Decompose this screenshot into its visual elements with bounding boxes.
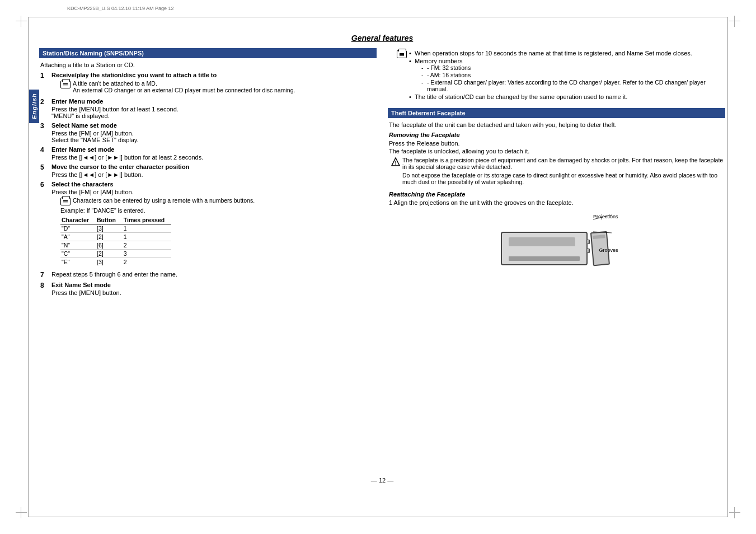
step-2-body1: Press the [MENU] button for at least 1 s… (51, 106, 375, 113)
removing-body2: The faceplate is unlocked, allowing you … (389, 148, 724, 154)
character-table: Character Button Times pressed "D"[3]1"A… (60, 216, 171, 266)
step-3-number: 3 (40, 122, 49, 143)
crosshair-tl (16, 16, 27, 27)
table-header-button: Button (96, 216, 123, 224)
note-icon-2 (60, 198, 71, 205)
step-6-title: Select the characters (51, 181, 375, 188)
page: KDC-MP225B_U.S 04.12.10 11:19 AM Page 12… (0, 0, 756, 534)
step-2-content: Enter Menu mode Press the [MENU] button … (51, 98, 375, 119)
faceplate-diagram: Projections Grooves (495, 209, 618, 265)
step-8-number: 8 (40, 282, 49, 296)
removing-title: Removing the Faceplate (389, 132, 724, 138)
left-column: Station/Disc Naming (SNPS/DNPS) Attachin… (39, 48, 377, 506)
step-3-title: Select Name set mode (51, 122, 375, 129)
table-cell-0: "A" (60, 233, 96, 241)
theft-section-body: The faceplate of the unit can be detache… (388, 121, 725, 265)
note-bullet-memory: Memory numbers - FM: 32 stations - AM: 1… (409, 58, 725, 92)
page-number: — 12 — (371, 477, 393, 484)
memory-am: - AM: 16 stations (419, 72, 725, 78)
reattaching-title: Reattaching the Faceplate (389, 191, 724, 198)
naming-intro: Attaching a title to a Station or CD. (40, 62, 375, 68)
crosshair-bl (16, 507, 27, 518)
naming-right-bullets: When operation stops for 10 seconds the … (409, 50, 725, 100)
sidebar-label: English (29, 90, 39, 123)
border-top (28, 17, 728, 17)
note-icon-3 (397, 50, 407, 58)
step-1-note-1: A title can't be attached to a MD. An ex… (60, 80, 375, 93)
border-right (727, 17, 728, 517)
step-4-title: Enter Name set mode (51, 146, 375, 153)
table-cell-2: 1 (123, 224, 171, 233)
table-cell-0: "N" (60, 241, 96, 250)
note-bullet-1: When operation stops for 10 seconds the … (409, 50, 725, 57)
step-2-body2: "MENU" is displayed. (51, 113, 375, 119)
step-8: 8 Exit Name Set mode Press the [MENU] bu… (40, 282, 375, 296)
reattaching-step1: 1 Align the projections on the unit with… (389, 199, 724, 206)
table-cell-2: 3 (123, 250, 171, 258)
step-1-title: Receive/play the station/disc you want t… (51, 72, 375, 78)
table-cell-1: [2] (96, 250, 123, 258)
table-header-char: Character (60, 216, 96, 224)
step-7-number: 7 (40, 271, 49, 279)
table-cell-0: "D" (60, 224, 96, 233)
table-cell-0: "C" (60, 250, 96, 258)
step-6-note: Characters can be entered by using a rem… (60, 197, 375, 205)
border-bottom (28, 517, 728, 517)
step-1-number: 1 (40, 72, 49, 95)
step-6-number: 6 (40, 181, 49, 268)
memory-fm: - FM: 32 stations (419, 64, 725, 71)
table-row: "A"[2]1 (60, 233, 171, 241)
step-7: 7 Repeat steps 5 through 6 and enter the… (40, 271, 375, 279)
table-row: "D"[3]1 (60, 224, 171, 233)
step-6-body1: Press the [FM] or [AM] button. (51, 189, 375, 195)
step-7-title: Repeat steps 5 through 6 and enter the n… (51, 271, 375, 278)
crosshair-tr (729, 16, 740, 27)
step-6-remote-note: Characters can be entered by using a rem… (73, 197, 375, 204)
border-left (28, 17, 29, 517)
naming-section-body: Attaching a title to a Station or CD. 1 … (39, 62, 377, 296)
step-2-number: 2 (40, 98, 49, 119)
table-cell-1: [6] (96, 241, 123, 250)
step-5-number: 5 (40, 163, 49, 178)
two-column-layout: Station/Disc Naming (SNPS/DNPS) Attachin… (39, 48, 725, 506)
memory-cd: - External CD changer/ player: Varies ac… (419, 79, 725, 92)
content-area: General features Station/Disc Naming (SN… (39, 22, 725, 506)
table-cell-1: [2] (96, 233, 123, 241)
table-row: "C"[2]3 (60, 250, 171, 258)
step-8-title: Exit Name Set mode (51, 282, 375, 288)
theft-intro: The faceplate of the unit can be detache… (389, 121, 724, 128)
step-2-title: Enter Menu mode (51, 98, 375, 105)
svg-text:!: ! (395, 160, 397, 166)
theft-section-header: Theft Deterrent Faceplate (388, 108, 725, 118)
theft-section: Theft Deterrent Faceplate The faceplate … (388, 108, 725, 265)
warning-block-1: ! The faceplate is a precision piece of … (391, 157, 724, 185)
step-6: 6 Select the characters Press the [FM] o… (40, 181, 375, 268)
step-7-content: Repeat steps 5 through 6 and enter the n… (51, 271, 375, 279)
step-3-body1: Press the [FM] or [AM] button. (51, 130, 375, 137)
warning-icon-1: ! (391, 157, 400, 166)
right-column: When operation stops for 10 seconds the … (388, 48, 725, 506)
warning-text-2: Do not expose the faceplate or its stora… (402, 172, 724, 185)
step-5-title: Move the cursor to the enter character p… (51, 163, 375, 170)
warning-text-block: The faceplate is a precision piece of eq… (402, 157, 724, 185)
table-cell-1: [3] (96, 258, 123, 266)
table-cell-1: [3] (96, 224, 123, 233)
note-icon-1 (60, 81, 71, 88)
step-5: 5 Move the cursor to the enter character… (40, 163, 375, 178)
step-3-content: Select Name set mode Press the [FM] or [… (51, 122, 375, 143)
step-1-content: Receive/play the station/disc you want t… (51, 72, 375, 95)
svg-line-3 (593, 232, 612, 233)
step-1-note-text: A title can't be attached to a MD. An ex… (73, 80, 375, 93)
step-6-example-label: Example: If "DANCE" is entered. (60, 207, 375, 214)
step-5-content: Move the cursor to the enter character p… (51, 163, 375, 178)
step-4-content: Enter Name set mode Press the [|◄◄] or [… (51, 146, 375, 161)
fp-pointer-lines (495, 209, 618, 265)
memory-sublist: - FM: 32 stations - AM: 16 stations - Ex… (419, 64, 725, 92)
removing-body1: Press the Release button. (389, 140, 724, 147)
print-info: KDC-MP225B_U.S 04.12.10 11:19 AM Page 12 (67, 6, 174, 11)
naming-right-notes: When operation stops for 10 seconds the … (388, 50, 725, 101)
table-row: "E"[3]2 (60, 258, 171, 266)
svg-line-2 (593, 215, 612, 219)
step-4: 4 Enter Name set mode Press the [|◄◄] or… (40, 146, 375, 161)
step-2: 2 Enter Menu mode Press the [MENU] butto… (40, 98, 375, 119)
